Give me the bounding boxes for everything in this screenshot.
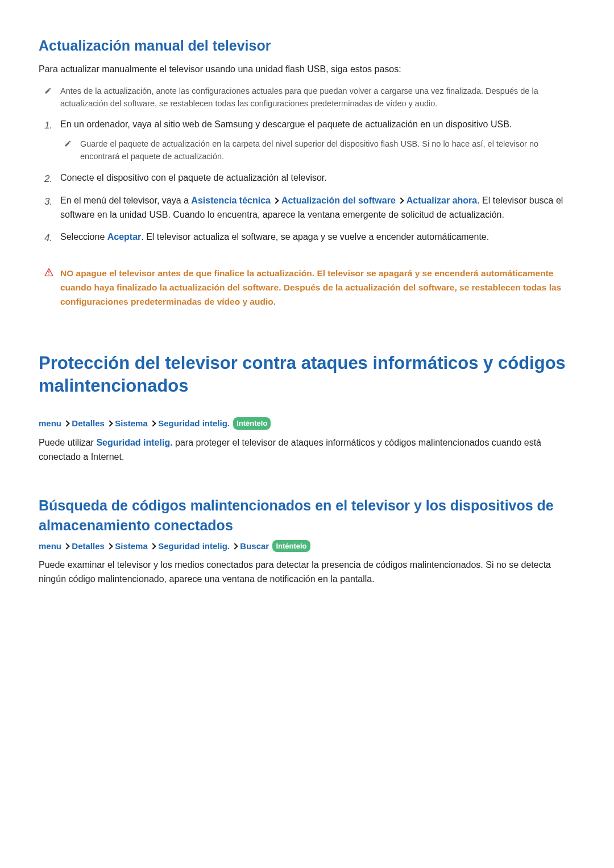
svg-rect-0 bbox=[48, 271, 49, 273]
link-seguridad-intelig[interactable]: Seguridad intelig. bbox=[96, 438, 172, 447]
note-text: Antes de la actualización, anote las con… bbox=[60, 85, 575, 110]
text-suffix: . El televisor actualiza el software, se… bbox=[141, 232, 489, 242]
breadcrumb-sistema[interactable]: Sistema bbox=[115, 418, 148, 428]
text-prefix: En el menú del televisor, vaya a bbox=[60, 196, 191, 205]
warning-icon bbox=[44, 267, 60, 309]
chevron-right-icon bbox=[151, 541, 155, 554]
step-2: 2. Conecte el dispositivo con el paquete… bbox=[39, 171, 575, 186]
note-block-inner: Guarde el paquete de actualización en la… bbox=[39, 138, 575, 163]
breadcrumb-sistema[interactable]: Sistema bbox=[115, 541, 148, 551]
body-paragraph-protection: Puede utilizar Seguridad intelig. para p… bbox=[39, 436, 575, 464]
step-text: Seleccione Aceptar. El televisor actuali… bbox=[60, 230, 575, 246]
step-text: En un ordenador, vaya al sitio web de Sa… bbox=[60, 118, 575, 133]
breadcrumb-detalles[interactable]: Detalles bbox=[72, 418, 105, 428]
step-4: 4. Seleccione Aceptar. El televisor actu… bbox=[39, 230, 575, 246]
note-text: Guarde el paquete de actualización en la… bbox=[80, 138, 575, 163]
link-aceptar[interactable]: Aceptar bbox=[107, 232, 142, 242]
breadcrumb-menu[interactable]: menu bbox=[39, 541, 61, 551]
step-3: 3. En el menú del televisor, vaya a Asis… bbox=[39, 194, 575, 222]
intro-paragraph: Para actualizar manualmente el televisor… bbox=[39, 63, 575, 76]
link-asistencia[interactable]: Asistencia técnica bbox=[191, 196, 271, 205]
chevron-right-icon bbox=[107, 541, 112, 554]
step-number: 4. bbox=[44, 230, 60, 246]
chevron-right-icon bbox=[64, 541, 69, 554]
section-heading-manual-update: Actualización manual del televisor bbox=[39, 35, 575, 57]
pencil-icon bbox=[44, 85, 60, 110]
breadcrumb-detalles[interactable]: Detalles bbox=[72, 541, 105, 551]
try-it-pill[interactable]: Inténtelo bbox=[272, 540, 310, 553]
warning-block: NO apague el televisor antes de que fina… bbox=[39, 267, 575, 309]
step-number: 1. bbox=[44, 118, 60, 133]
breadcrumb-buscar[interactable]: Buscar bbox=[240, 541, 269, 551]
chevron-right-icon bbox=[64, 418, 69, 431]
chevron-right-icon bbox=[399, 194, 403, 207]
section-heading-scan: Búsqueda de códigos malintencionados en … bbox=[39, 496, 575, 535]
try-it-pill[interactable]: Inténtelo bbox=[233, 417, 271, 430]
breadcrumb-menu[interactable]: menu bbox=[39, 418, 61, 428]
svg-rect-1 bbox=[48, 275, 49, 275]
note-block: Antes de la actualización, anote las con… bbox=[39, 85, 575, 110]
step-number: 2. bbox=[44, 171, 60, 186]
step-text: En el menú del televisor, vaya a Asisten… bbox=[60, 194, 575, 222]
chevron-right-icon bbox=[233, 541, 237, 554]
section-heading-protection: Protección del televisor contra ataques … bbox=[39, 352, 575, 398]
body-paragraph-scan: Puede examinar el televisor y los medios… bbox=[39, 558, 575, 587]
breadcrumb-protection: menu Detalles Sistema Seguridad intelig.… bbox=[39, 417, 575, 430]
breadcrumb-seguridad[interactable]: Seguridad intelig. bbox=[158, 541, 230, 551]
step-1: 1. En un ordenador, vaya al sitio web de… bbox=[39, 118, 575, 133]
step-number: 3. bbox=[44, 194, 60, 222]
step-text: Conecte el dispositivo con el paquete de… bbox=[60, 171, 575, 186]
link-actualizacion-software[interactable]: Actualización del software bbox=[281, 196, 396, 205]
chevron-right-icon bbox=[107, 418, 112, 431]
link-actualizar-ahora[interactable]: Actualizar ahora bbox=[406, 196, 477, 205]
breadcrumb-scan: menu Detalles Sistema Seguridad intelig.… bbox=[39, 540, 575, 553]
chevron-right-icon bbox=[273, 194, 278, 207]
breadcrumb-seguridad[interactable]: Seguridad intelig. bbox=[158, 418, 230, 428]
warning-text: NO apague el televisor antes de que fina… bbox=[60, 267, 575, 309]
chevron-right-icon bbox=[151, 418, 155, 431]
text-prefix: Seleccione bbox=[60, 232, 107, 242]
text-prefix: Puede utilizar bbox=[39, 438, 96, 447]
pencil-icon bbox=[64, 138, 80, 163]
